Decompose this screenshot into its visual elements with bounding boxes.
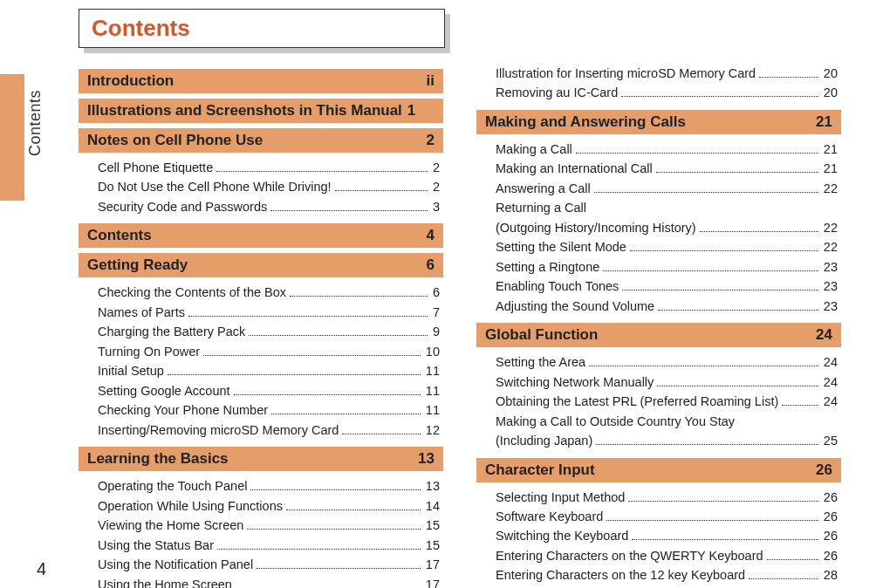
toc-page: 23 xyxy=(822,257,838,277)
toc-leader xyxy=(767,550,818,560)
toc-label: Obtaining the Latest PRL (Preferred Roam… xyxy=(496,392,778,411)
toc-row: Charging the Battery Pack9 xyxy=(98,322,440,341)
section-title: Introduction xyxy=(87,72,174,90)
toc-label: Switching Network Manually xyxy=(496,373,654,392)
toc-row: Setting Google Account11 xyxy=(98,381,440,400)
toc-label: Setting Google Account xyxy=(98,381,230,400)
toc-page: 24 xyxy=(822,373,838,392)
toc-row: Making a Call to Outside Country You Sta… xyxy=(496,412,838,431)
toc-label: Software Keyboard xyxy=(496,507,603,526)
toc-page: 26 xyxy=(822,526,838,545)
toc-row: Checking Your Phone Number11 xyxy=(98,400,440,420)
toc-label: Operation While Using Functions xyxy=(98,496,283,516)
toc-row: Inserting/Removing microSD Memory Card12 xyxy=(98,420,440,440)
toc-row: Entering Characters on the QWERTY Keyboa… xyxy=(496,546,838,565)
toc-label: Setting the Silent Mode xyxy=(496,237,626,256)
toc-columns: IntroductioniiIllustrations and Screensh… xyxy=(79,64,841,588)
toc-row: Setting the Silent Mode22 xyxy=(496,237,838,256)
toc-row: Illustration for Inserting microSD Memor… xyxy=(496,64,838,83)
toc-page: 24 xyxy=(822,392,838,411)
section-header: Notes on Cell Phone Use2 xyxy=(79,128,443,153)
toc-row: Removing au IC-Card20 xyxy=(496,83,838,102)
toc-row: Turning On Power10 xyxy=(98,342,440,361)
page: Contents 4 Contents IntroductioniiIllust… xyxy=(0,0,876,588)
toc-leader xyxy=(188,306,428,317)
section-header: Character Input26 xyxy=(476,458,841,482)
toc-page: 10 xyxy=(424,342,440,361)
section-header: Global Function24 xyxy=(476,323,841,347)
toc-label: Checking Your Phone Number xyxy=(98,400,268,420)
toc-items: Setting the Area24Switching Network Manu… xyxy=(476,352,841,452)
toc-label: Making a Call xyxy=(496,140,572,159)
toc-label: Setting the Area xyxy=(496,352,585,372)
toc-label: Operating the Touch Panel xyxy=(98,476,247,496)
toc-leader xyxy=(576,143,818,154)
toc-row: Using the Home Screen17 xyxy=(98,575,440,589)
toc-label: Adjusting the Sound Volume xyxy=(496,297,654,316)
toc-label: Charging the Battery Pack xyxy=(98,322,245,341)
toc-label: (Including Japan) xyxy=(496,431,592,450)
toc-row: Entering Characters on the 12 key Keyboa… xyxy=(496,565,838,585)
section-title: Illustrations and Screenshots in This Ma… xyxy=(87,102,402,120)
toc-leader xyxy=(782,396,818,407)
toc-row: Operating the Touch Panel13 xyxy=(98,476,440,496)
section-header: Illustrations and Screenshots in This Ma… xyxy=(79,99,443,123)
toc-label: Using the Notification Panel xyxy=(98,555,253,574)
section-page: 6 xyxy=(427,256,435,274)
section-page: 26 xyxy=(816,462,832,479)
toc-page: 22 xyxy=(822,179,838,198)
toc-label: Switching the Keyboard xyxy=(496,526,628,545)
toc-page: 26 xyxy=(822,488,838,507)
toc-label: (Outgoing History/Incoming History) xyxy=(496,218,696,237)
toc-row: Security Code and Passwords3 xyxy=(98,197,440,216)
toc-leader xyxy=(596,434,818,445)
toc-page: 22 xyxy=(822,218,838,237)
toc-page: 9 xyxy=(431,322,440,341)
toc-leader xyxy=(622,281,818,291)
section-header: Learning the Basics13 xyxy=(79,447,443,471)
toc-label: Checking the Contents of the Box xyxy=(98,283,286,302)
toc-page: 26 xyxy=(822,546,838,565)
section-header: Introductionii xyxy=(79,69,443,93)
toc-leader xyxy=(630,242,818,252)
toc-leader xyxy=(700,222,818,232)
toc-row: Obtaining the Latest PRL (Preferred Roam… xyxy=(496,392,838,411)
toc-items: Checking the Contents of the Box6Names o… xyxy=(79,283,443,441)
toc-page: 14 xyxy=(424,496,440,516)
toc-label: Turning On Power xyxy=(98,342,200,361)
toc-page: 21 xyxy=(822,159,838,178)
toc-leader xyxy=(290,287,428,297)
toc-page: 23 xyxy=(822,277,838,296)
toc-row: Viewing the Home Screen15 xyxy=(98,516,440,535)
toc-row: Selecting Input Method26 xyxy=(496,488,838,507)
section-title: Contents xyxy=(87,227,152,244)
toc-page: 7 xyxy=(431,303,440,322)
section-title: Notes on Cell Phone Use xyxy=(87,132,263,149)
toc-row: Using the Status Bar15 xyxy=(98,536,440,555)
section-page: 4 xyxy=(427,227,435,244)
toc-page: 22 xyxy=(822,237,838,256)
toc-leader xyxy=(257,558,421,569)
section-page: 13 xyxy=(418,450,435,468)
toc-page: 23 xyxy=(822,297,838,316)
section-page: 2 xyxy=(427,132,435,149)
toc-page: 11 xyxy=(424,381,440,400)
toc-page: 17 xyxy=(424,555,440,574)
toc-label: Setting a Ringtone xyxy=(496,257,599,277)
toc-label: Illustration for Inserting microSD Memor… xyxy=(496,64,756,83)
side-tab xyxy=(0,74,24,201)
section-header: Contents4 xyxy=(79,223,443,248)
toc-label: Entering Characters on the QWERTY Keyboa… xyxy=(496,546,763,565)
toc-label: Do Not Use the Cell Phone While Driving! xyxy=(98,177,332,196)
toc-page: 12 xyxy=(424,420,440,440)
section-page: 21 xyxy=(816,113,832,131)
toc-leader xyxy=(250,481,420,491)
toc-label: Using the Home Screen xyxy=(98,575,232,589)
section-header: Getting Ready6 xyxy=(79,253,443,277)
toc-row: Do Not Use the Cell Phone While Driving!… xyxy=(98,177,440,196)
toc-page: 21 xyxy=(822,140,838,159)
toc-label: Enabling Touch Tones xyxy=(496,277,619,296)
section-title: Getting Ready xyxy=(87,256,188,274)
toc-leader xyxy=(658,300,818,311)
toc-leader xyxy=(217,539,421,550)
